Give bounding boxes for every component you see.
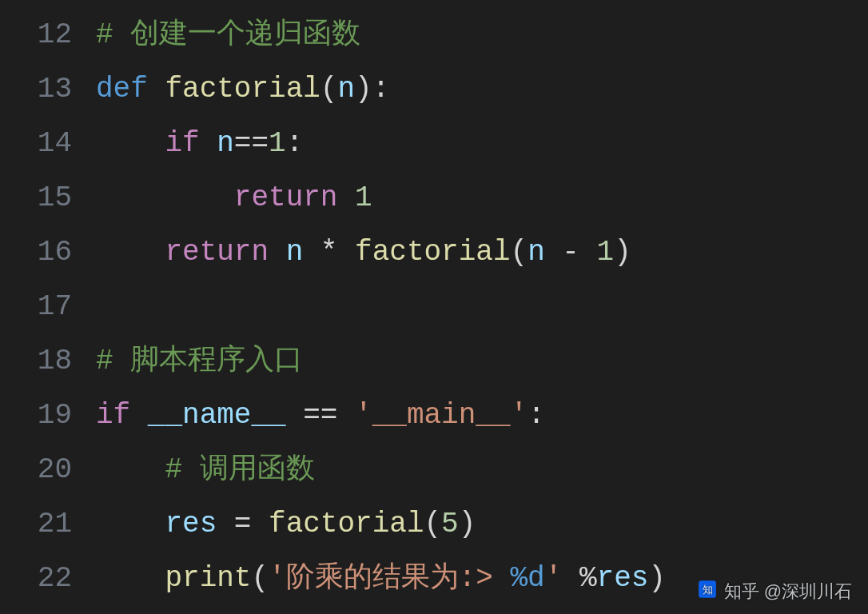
token: ) <box>459 508 476 540</box>
line-number: 16 <box>0 225 96 280</box>
code-content[interactable]: # 脚本程序入口 <box>96 334 868 389</box>
token: # 创建一个递归函数 <box>96 18 360 51</box>
token: ( <box>251 562 269 595</box>
token: n <box>217 127 234 160</box>
code-line[interactable]: 20 # 调用函数 <box>0 443 868 497</box>
token: '__main__' <box>355 399 528 432</box>
code-content[interactable]: if __name__ == '__main__': <box>96 389 868 443</box>
token <box>200 127 217 160</box>
token: % <box>562 562 596 595</box>
code-line[interactable]: 16 return n * factorial(n - 1) <box>0 225 868 280</box>
line-number: 19 <box>0 389 96 443</box>
token: n <box>528 236 545 269</box>
token: res <box>165 508 217 540</box>
token: if <box>165 127 199 160</box>
token: if <box>96 399 130 432</box>
token: 1 <box>269 127 286 160</box>
token: res <box>597 562 649 595</box>
token <box>148 73 165 106</box>
svg-text:知: 知 <box>702 584 712 596</box>
code-editor[interactable]: 12# 创建一个递归函数13def factorial(n):14 if n==… <box>0 0 868 614</box>
token: ' <box>545 562 563 595</box>
token <box>96 236 165 269</box>
token <box>96 453 165 486</box>
line-number: 15 <box>0 171 96 225</box>
token: * <box>303 236 355 269</box>
token: 1 <box>597 236 615 269</box>
token: %d <box>510 562 544 595</box>
code-content[interactable]: return n * factorial(n - 1) <box>96 225 868 280</box>
token <box>96 562 165 595</box>
token: ) <box>614 236 631 269</box>
token <box>337 181 355 214</box>
token: ): <box>355 73 389 106</box>
token: - <box>545 236 597 269</box>
line-number: 17 <box>0 280 96 334</box>
code-content[interactable]: res = factorial(5) <box>96 497 868 552</box>
token: return <box>234 181 338 214</box>
zhihu-icon: 知 <box>697 579 718 604</box>
code-line[interactable]: 13def factorial(n): <box>0 62 868 117</box>
token: ( <box>511 236 528 269</box>
code-content[interactable]: # 调用函数 <box>96 443 868 497</box>
token: factorial <box>355 236 510 269</box>
code-line[interactable]: 14 if n==1: <box>0 117 868 171</box>
token: print <box>165 562 251 595</box>
code-content[interactable]: if n==1: <box>96 117 868 171</box>
line-number: 12 <box>0 8 96 62</box>
code-line[interactable]: 15 return 1 <box>0 171 868 225</box>
token: ( <box>321 73 338 106</box>
code-line[interactable]: 12# 创建一个递归函数 <box>0 8 868 62</box>
token: == <box>234 127 269 160</box>
token: return <box>165 236 269 269</box>
line-number: 22 <box>0 552 96 606</box>
token: factorial <box>269 508 424 540</box>
watermark: 知 知乎 @深圳川石 <box>697 579 852 604</box>
code-content[interactable]: return 1 <box>96 171 868 225</box>
token: factorial <box>165 73 320 106</box>
token: == <box>286 399 355 432</box>
code-line[interactable]: 21 res = factorial(5) <box>0 497 868 552</box>
token: # 调用函数 <box>165 453 314 486</box>
token: = <box>217 508 269 540</box>
token: : <box>286 127 304 160</box>
token: ) <box>648 562 666 595</box>
token: '阶乘的结果为:> <box>269 562 510 595</box>
token: ( <box>424 508 441 540</box>
code-line[interactable]: 18# 脚本程序入口 <box>0 334 868 389</box>
token: __name__ <box>148 399 286 432</box>
watermark-text: 知乎 @深圳川石 <box>724 580 852 604</box>
token <box>96 181 234 214</box>
line-number: 21 <box>0 497 96 552</box>
code-line[interactable]: 19if __name__ == '__main__': <box>0 389 868 443</box>
code-content[interactable]: def factorial(n): <box>96 62 868 117</box>
token: 5 <box>441 508 459 540</box>
token <box>96 508 165 540</box>
token: : <box>528 399 545 432</box>
token: def <box>96 73 148 106</box>
token: n <box>286 236 304 269</box>
token <box>269 236 286 269</box>
line-number: 14 <box>0 117 96 171</box>
line-number: 13 <box>0 62 96 117</box>
token: # 脚本程序入口 <box>96 345 303 377</box>
token <box>130 399 148 432</box>
token: n <box>337 73 355 106</box>
code-content[interactable]: # 创建一个递归函数 <box>96 8 868 62</box>
token <box>96 127 165 160</box>
line-number: 18 <box>0 334 96 389</box>
code-line[interactable]: 17 <box>0 280 868 334</box>
line-number: 20 <box>0 443 96 497</box>
token: 1 <box>355 181 372 214</box>
